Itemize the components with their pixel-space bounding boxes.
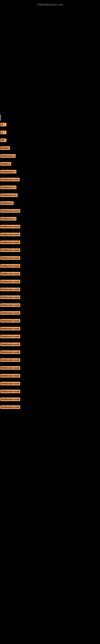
- result-row: Bottleneck result: [0, 294, 100, 301]
- bottleneck-result-label: Bottleneck ra: [0, 186, 16, 189]
- cursor-indicator: [0, 115, 1, 121]
- result-row: Bottleneck result: [0, 231, 100, 238]
- result-row: Bottleneck result: [0, 372, 100, 380]
- result-row: Bottleneck result: [0, 238, 100, 246]
- bottleneck-result-label: Bottleneck resul: [0, 178, 20, 181]
- result-row: Bottleneck result: [0, 348, 100, 356]
- result-row: Bottleneck result: [0, 403, 100, 411]
- result-row: Bottleneck result: [0, 325, 100, 333]
- result-row: Bottleneck result: [0, 356, 100, 364]
- bottleneck-result-label: Bottleneck result: [0, 342, 20, 346]
- result-row: Bottleneck re: [0, 215, 100, 223]
- result-row: B0: [0, 136, 100, 144]
- main-content: TheBottlenecker.com BEB0BottlenBottlenec…: [0, 0, 100, 644]
- bottleneck-result-label: Bottleneck result: [0, 327, 20, 330]
- result-row: Bottleneck result: [0, 254, 100, 262]
- result-row: Bottleneck result: [0, 396, 100, 403]
- result-row: Bottleneck re: [0, 168, 100, 176]
- result-row: Bottleneck result: [0, 286, 100, 294]
- bottleneck-result-label: Bottleneck result: [0, 366, 20, 370]
- bottleneck-result-label: Bottlen: [0, 146, 10, 150]
- bottleneck-result-label: Bottleneck result: [0, 288, 20, 291]
- site-title: TheBottlenecker.com: [0, 1, 100, 8]
- bottleneck-result-label: Bottleneck result: [0, 398, 20, 401]
- result-row: Bottlen: [0, 144, 100, 152]
- bottleneck-result-label: Bottleneck result: [0, 374, 20, 378]
- bottleneck-result-label: Bottleneck result: [0, 240, 20, 244]
- bottleneck-result-label: Bottleneck result: [0, 272, 20, 276]
- result-row: Bottlene: [0, 160, 100, 168]
- result-row: Bottleneck result: [0, 301, 100, 309]
- bottleneck-result-label: Bottleneck result: [0, 209, 20, 213]
- bottleneck-result-label: Bottleneck result: [0, 350, 20, 354]
- result-row: Bottleneck result: [0, 207, 100, 215]
- bottleneck-result-label: B0: [0, 138, 6, 142]
- result-row: E: [0, 128, 100, 136]
- result-row: Bottleneck result: [0, 270, 100, 278]
- bottleneck-result-label: Bottleneck result: [0, 233, 20, 236]
- result-row: Bottleneck res: [0, 192, 100, 199]
- bottleneck-result-label: Bottleneck result: [0, 296, 20, 299]
- result-row: Bottleneck result: [0, 380, 100, 388]
- bottleneck-result-label: Bottleneck result: [0, 248, 20, 252]
- result-row: Bottleneck d: [0, 152, 100, 160]
- bottleneck-result-label: Bottleneck result: [0, 256, 20, 260]
- bottleneck-result-label: Bottleneck result: [0, 311, 20, 315]
- result-row: B: [0, 121, 100, 128]
- bottleneck-result-label: Bottleneck result: [0, 280, 20, 283]
- result-row: Bottleneck resul: [0, 176, 100, 184]
- bottleneck-result-label: B: [0, 123, 6, 126]
- bottleneck-result-label: Bottleneck: [0, 201, 14, 205]
- result-row: Bottleneck result: [0, 317, 100, 325]
- bottleneck-result-label: Bottleneck result: [0, 319, 20, 322]
- bottleneck-result-label: Bottleneck res: [0, 194, 18, 197]
- bottleneck-result-label: Bottleneck re: [0, 217, 16, 220]
- result-row: Bottleneck: [0, 199, 100, 207]
- result-row: Bottleneck result: [0, 364, 100, 372]
- results-section: BEB0BottlenBottleneck dBottleneBottlenec…: [0, 121, 100, 411]
- bottleneck-result-label: Bottleneck result: [0, 358, 20, 362]
- result-row: Bottleneck ra: [0, 184, 100, 192]
- bottleneck-result-label: Bottleneck re: [0, 170, 16, 174]
- top-black-section: [0, 0, 100, 111]
- bottleneck-result-label: Bottleneck result: [0, 335, 20, 338]
- bottleneck-result-label: Bottleneck result: [0, 382, 20, 386]
- bottleneck-result-label: Bottleneck result: [0, 390, 20, 393]
- result-row: Bottleneck result: [0, 309, 100, 317]
- result-row: Bottleneck result: [0, 333, 100, 340]
- bottleneck-result-label: Bottleneck result: [0, 264, 20, 268]
- result-row: Bottleneck result: [0, 223, 100, 231]
- bottleneck-result-label: Bottlene: [0, 162, 11, 166]
- bottleneck-result-label: E: [0, 130, 6, 134]
- bottleneck-result-label: Bottleneck d: [0, 154, 16, 158]
- bottleneck-result-label: Bottleneck result: [0, 405, 20, 409]
- result-row: Bottleneck result: [0, 278, 100, 286]
- result-row: Bottleneck result: [0, 388, 100, 396]
- result-row: Bottleneck result: [0, 262, 100, 270]
- result-row: Bottleneck result: [0, 340, 100, 348]
- bottleneck-result-label: Bottleneck result: [0, 225, 20, 228]
- result-row: Bottleneck result: [0, 246, 100, 254]
- bottleneck-result-label: Bottleneck result: [0, 303, 20, 307]
